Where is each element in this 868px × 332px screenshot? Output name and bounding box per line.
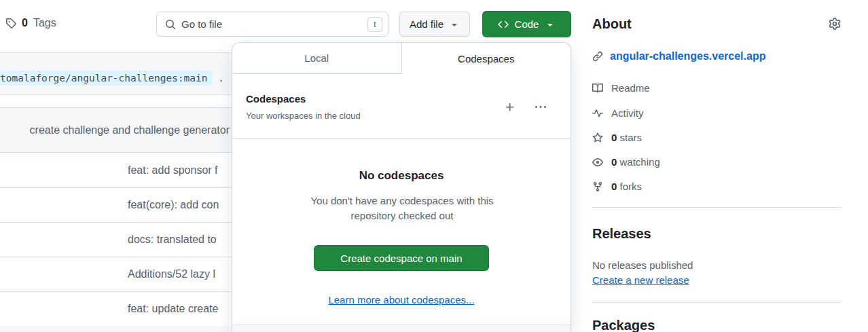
divider: [232, 138, 571, 139]
code-button[interactable]: Code: [482, 11, 571, 37]
row-commit-message[interactable]: feat: add sponsor f: [128, 164, 218, 177]
sidebar-item-activity[interactable]: Activity: [592, 107, 644, 119]
forks-count: 0: [611, 181, 617, 192]
add-file-label: Add file: [410, 18, 444, 30]
tags-count: 0: [22, 17, 28, 29]
no-codespaces-message: You don't have any codespaces with this …: [297, 193, 507, 223]
sidebar-item-stars[interactable]: 0 stars: [592, 132, 642, 143]
star-icon: [592, 132, 603, 143]
table-row[interactable]: feat: add sponsor f: [0, 153, 232, 188]
gear-icon[interactable]: [829, 18, 841, 30]
table-row[interactable]: feat: update create: [0, 292, 232, 327]
stars-count: 0: [611, 132, 617, 143]
kebab-horizontal-icon: [535, 102, 546, 113]
table-row[interactable]: Additions/52 lazy l: [0, 257, 232, 292]
table-row[interactable]: feat(core): add con: [0, 188, 232, 223]
plus-icon: [505, 102, 516, 113]
eye-icon: [592, 157, 603, 168]
no-releases-text: No releases published: [592, 259, 693, 271]
row-commit-message[interactable]: Additions/52 lazy l: [128, 268, 215, 280]
branch-ref-band: tomalaforge/angular-challenges:main .: [0, 52, 232, 95]
code-button-label: Code: [515, 18, 539, 30]
repo-sidebar: About angular-challenges.vercel.app Read…: [592, 0, 841, 332]
website-url[interactable]: angular-challenges.vercel.app: [610, 50, 765, 62]
sidebar-item-watching[interactable]: 0 watching: [592, 156, 660, 168]
codespaces-subtitle: Your workspaces in the cloud: [246, 111, 361, 121]
code-icon: [498, 19, 509, 30]
watching-label: watching: [620, 156, 660, 168]
learn-more-link[interactable]: Learn more about codespaces...: [232, 294, 571, 306]
search-icon: [165, 19, 176, 30]
codespaces-title: Codespaces: [246, 93, 306, 105]
readme-label: Readme: [611, 82, 650, 94]
table-row[interactable]: docs: translated to: [0, 223, 232, 257]
watching-count: 0: [611, 156, 617, 168]
link-icon: [592, 51, 603, 62]
row-commit-message[interactable]: docs: translated to: [128, 234, 217, 246]
new-codespace-button[interactable]: [505, 102, 516, 113]
tags-label: Tags: [33, 17, 56, 29]
branch-ref-period: .: [218, 73, 224, 84]
search-input[interactable]: [181, 18, 362, 30]
create-codespace-button[interactable]: Create codespace on main: [314, 245, 489, 271]
tab-codespaces[interactable]: Codespaces: [402, 43, 571, 74]
latest-commit-bar[interactable]: create challenge and challenge generator: [0, 107, 232, 153]
row-commit-message[interactable]: feat: update create: [128, 303, 218, 315]
create-release-link[interactable]: Create a new release: [592, 274, 689, 286]
search-shortcut-key: t: [367, 17, 382, 32]
repo-content-background: tomalaforge/angular-challenges:main . cr…: [0, 42, 232, 332]
row-commit-message[interactable]: feat(core): add con: [128, 199, 219, 211]
book-icon: [592, 83, 603, 94]
fork-icon: [592, 181, 603, 192]
repo-website-link[interactable]: angular-challenges.vercel.app: [592, 50, 765, 62]
tab-local[interactable]: Local: [232, 43, 402, 74]
codespaces-options-button[interactable]: [535, 102, 546, 113]
code-dropdown-panel: Local Codespaces Codespaces Your workspa…: [232, 42, 571, 332]
divider: [592, 302, 841, 303]
go-to-file-search[interactable]: t: [156, 12, 388, 37]
branch-ref-line: tomalaforge/angular-challenges:main .: [0, 73, 224, 84]
no-codespaces-title: No codespaces: [232, 169, 571, 183]
code-dropdown-tabs: Local Codespaces: [232, 43, 571, 74]
tag-icon: [5, 18, 16, 29]
pulse-icon: [592, 108, 603, 119]
chevron-down-icon: [449, 19, 460, 30]
sidebar-item-forks[interactable]: 0 forks: [592, 181, 642, 192]
chevron-down-icon: [545, 19, 556, 30]
stars-label: stars: [620, 132, 643, 143]
branch-ref-code: tomalaforge/angular-challenges:main: [0, 71, 213, 86]
latest-commit-message[interactable]: create challenge and challenge generator: [30, 124, 230, 136]
releases-heading: Releases: [592, 226, 651, 242]
sidebar-item-readme[interactable]: Readme: [592, 82, 650, 94]
dropdown-footer: [232, 325, 571, 332]
partial-row: [0, 326, 232, 332]
divider: [592, 207, 841, 208]
activity-label: Activity: [611, 107, 644, 119]
about-heading: About: [592, 16, 632, 32]
forks-label: forks: [620, 181, 643, 192]
tags-link[interactable]: 0 Tags: [5, 17, 56, 29]
add-file-button[interactable]: Add file: [399, 12, 470, 37]
packages-heading: Packages: [592, 318, 655, 332]
